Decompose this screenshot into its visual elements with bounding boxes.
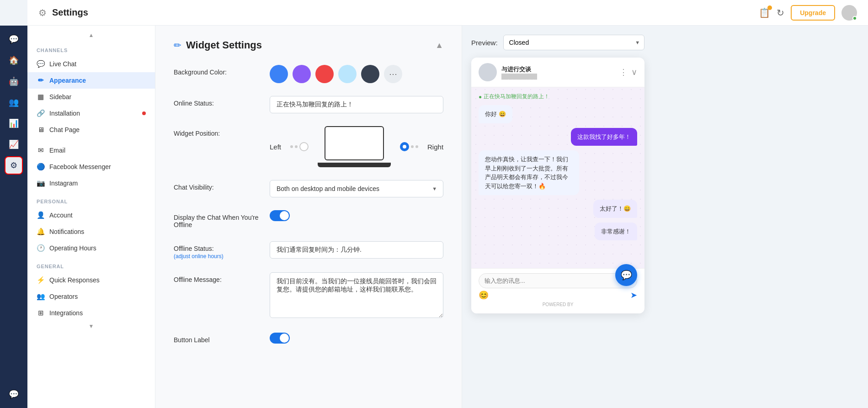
sidebar-icon: ▦	[37, 93, 45, 101]
instagram-icon: 📷	[37, 179, 45, 187]
dot4	[415, 145, 418, 148]
integrations-icon: ⊞	[37, 309, 45, 317]
right-dots	[400, 142, 418, 151]
sidebar-item-chat-page[interactable]: 🖥 Chat Page	[27, 122, 155, 138]
color-dark[interactable]	[361, 65, 379, 83]
sidebar-scroll-up[interactable]: ▲	[27, 30, 155, 40]
emoji-icon[interactable]: 😊	[479, 290, 489, 300]
main-area: ✏ Widget Settings ▲ Background Color: ⋯ …	[155, 26, 462, 408]
dot3	[411, 145, 414, 148]
send-icon[interactable]: ➤	[630, 290, 637, 300]
position-right-radio[interactable]	[400, 142, 409, 151]
sidebar-item-label: Appearance	[49, 77, 86, 84]
refresh-icon-btn[interactable]: ↻	[777, 7, 784, 18]
sidebar-item-appearance[interactable]: ✏ Appearance	[27, 72, 155, 89]
position-left-radio[interactable]	[299, 142, 309, 151]
color-light-blue[interactable]	[338, 65, 357, 83]
dot1	[290, 145, 293, 148]
channels-label: CHANNELS	[27, 40, 155, 56]
chat-fab-button[interactable]: 💬	[615, 264, 637, 286]
chat-message-input[interactable]	[479, 273, 637, 288]
msg-row-4: 太好了！😄	[593, 200, 637, 218]
nav-analytics-icon[interactable]: 📈	[5, 135, 23, 154]
sidebar-item-instagram[interactable]: 📷 Instagram	[27, 175, 155, 191]
nav-team-icon[interactable]: 👥	[5, 93, 23, 111]
collapse-button[interactable]: ▲	[435, 41, 443, 50]
adjust-online-hours-link[interactable]: (adjust online hours)	[174, 253, 261, 260]
facebook-icon: 🔵	[37, 163, 45, 171]
chat-visibility-select[interactable]: Both on desktop and mobile devices Deskt…	[270, 180, 443, 197]
online-status-input[interactable]	[270, 96, 443, 113]
general-label: GENERAL	[27, 256, 155, 272]
sidebar-item-notifications[interactable]: 🔔 Notifications	[27, 223, 155, 240]
nav-chat-icon[interactable]: 💬	[5, 30, 23, 48]
chat-visibility-label: Chat Visibility:	[174, 180, 261, 191]
minimize-icon[interactable]: ∨	[631, 67, 637, 77]
online-status-label: Online Status:	[174, 96, 261, 107]
upgrade-button[interactable]: Upgrade	[791, 5, 835, 21]
color-red[interactable]	[315, 65, 334, 83]
sidebar-item-operating-hours[interactable]: 🕐 Operating Hours	[27, 240, 155, 256]
preview-label: Preview:	[471, 39, 498, 47]
offline-status-input[interactable]	[270, 241, 443, 259]
online-status-row: Online Status:	[174, 96, 443, 113]
nav-settings-icon[interactable]: ⚙	[5, 156, 23, 175]
sidebar-item-quick-responses[interactable]: ⚡ Quick Responses	[27, 272, 155, 288]
nav-bot-icon[interactable]: 🤖	[5, 72, 23, 90]
nav-report-icon[interactable]: 📊	[5, 114, 23, 132]
avatar[interactable]	[841, 5, 857, 21]
widget-position-selector: Left Right	[270, 126, 443, 167]
more-options-icon[interactable]: ⋮	[619, 67, 628, 77]
laptop-diagram	[318, 126, 391, 167]
color-purple[interactable]	[293, 65, 311, 83]
preview-header: Preview: Closed Open	[471, 35, 644, 50]
sidebar-item-integrations[interactable]: ⊞ Integrations	[27, 305, 155, 321]
live-chat-icon: 💬	[37, 60, 45, 68]
button-label-toggle[interactable]	[270, 333, 290, 344]
sidebar-item-label: Account	[49, 212, 73, 219]
nav-chat2-icon[interactable]: 💬	[5, 385, 23, 403]
preview-panel: Preview: Closed Open 与进行交谈 ██████████	[462, 26, 654, 408]
display-chat-label: Display the Chat When You're Offline	[174, 210, 261, 228]
sidebar-item-label: Sidebar	[49, 93, 71, 101]
main-header: ✏ Widget Settings ▲	[174, 39, 443, 51]
appearance-icon: ✏	[37, 76, 45, 85]
widget-position-control: Left Right	[270, 126, 443, 167]
sidebar-item-installation[interactable]: 🔗 Installation	[27, 105, 155, 122]
sidebar-item-operators[interactable]: 👥 Operators	[27, 288, 155, 305]
widget-position-row: Widget Position: Left	[174, 126, 443, 167]
sidebar-item-account[interactable]: 👤 Account	[27, 207, 155, 223]
sidebar-scroll-down[interactable]: ▼	[27, 321, 155, 331]
sidebar-item-label: Integrations	[49, 309, 83, 317]
background-color-label: Background Color:	[174, 65, 261, 76]
sidebar-item-live-chat[interactable]: 💬 Live Chat	[27, 56, 155, 72]
sidebar-item-label: Chat Page	[49, 126, 80, 133]
chat-preview-widget: 与进行交谈 ██████████ ⋮ ∨ 正在快马加鞭回复的路上！ 你好 😄	[471, 58, 644, 313]
offline-message-textarea[interactable]: 我们目前没有。当我们的一位接线员能回答时，我们会回复您。请提供您的邮箱地址，这样…	[270, 272, 443, 318]
display-chat-toggle[interactable]	[270, 210, 290, 221]
background-color-row: Background Color: ⋯	[174, 65, 443, 83]
button-label-row: Button Label	[174, 333, 443, 344]
color-blue[interactable]	[270, 65, 288, 83]
nav-home-icon[interactable]: 🏠	[5, 51, 23, 69]
sidebar-item-label: Operators	[49, 293, 78, 300]
header-gear-icon: ⚙	[38, 7, 47, 18]
notifications-icon-btn[interactable]: 📋	[759, 7, 770, 18]
position-left-label: Left	[270, 143, 281, 151]
chat-header-actions: ⋮ ∨	[619, 67, 637, 77]
sidebar-item-email[interactable]: ✉ Email	[27, 142, 155, 159]
notifications-icon: 🔔	[37, 228, 45, 236]
sidebar: ▲ CHANNELS 💬 Live Chat ✏ Appearance ▦ Si…	[27, 26, 155, 408]
operating-hours-icon: 🕐	[37, 244, 45, 252]
sidebar-item-label: Facebook Messenger	[49, 163, 111, 170]
sidebar-item-label: Quick Responses	[49, 276, 100, 284]
more-colors-button[interactable]: ⋯	[384, 65, 402, 83]
laptop-screen	[325, 126, 384, 160]
sidebar-item-sidebar[interactable]: ▦ Sidebar	[27, 89, 155, 105]
button-label-label: Button Label	[174, 333, 261, 344]
powered-by: POWERED BY	[479, 300, 637, 309]
icon-nav: 💬 🏠 🤖 👥 📊 📈 ⚙ 💬	[0, 26, 27, 408]
offline-message-control: 我们目前没有。当我们的一位接线员能回答时，我们会回复您。请提供您的邮箱地址，这样…	[270, 272, 443, 320]
preview-status-select[interactable]: Closed Open	[503, 35, 644, 50]
sidebar-item-facebook[interactable]: 🔵 Facebook Messenger	[27, 159, 155, 175]
